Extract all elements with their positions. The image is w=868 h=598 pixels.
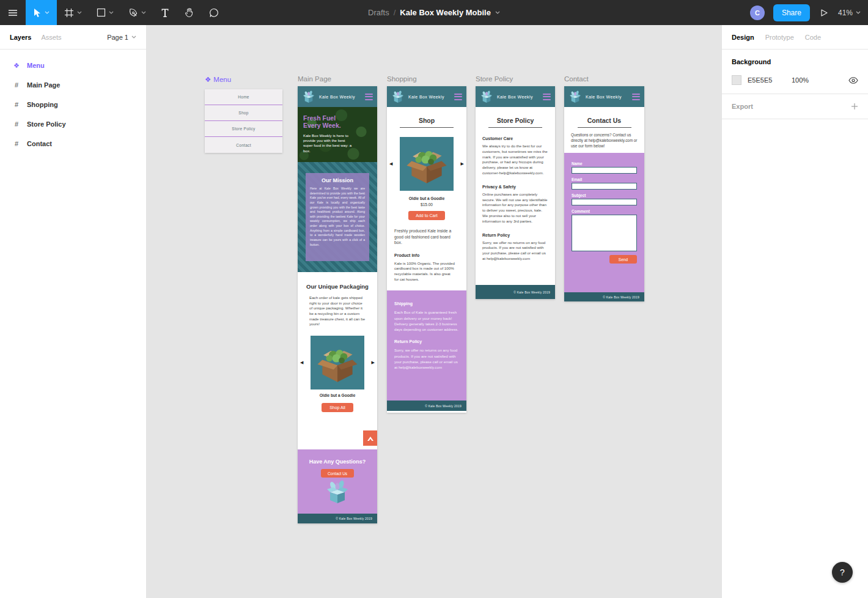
chevron-down-icon: [131, 35, 136, 39]
packaging-section: Our Unique Packaging Each order of kale …: [298, 272, 377, 449]
product-name: Oldie but a Goodie: [298, 393, 377, 397]
chevron-down-icon[interactable]: [495, 11, 500, 14]
sidebar-item-main-page[interactable]: # Main Page: [0, 75, 146, 95]
contact-form: Name Email Subject Comment Send: [564, 153, 644, 292]
share-button[interactable]: Share: [773, 4, 810, 21]
product-info-title: Product Info: [394, 253, 459, 257]
brand-name: Kale Box Weekly: [586, 95, 628, 99]
tab-design[interactable]: Design: [732, 34, 754, 41]
background-opacity-value[interactable]: 100%: [792, 76, 842, 84]
shape-tool-button[interactable]: [89, 0, 121, 25]
scroll-to-top-button[interactable]: [363, 430, 377, 446]
email-label: Email: [572, 177, 637, 182]
move-tool-button[interactable]: [26, 0, 57, 25]
chevron-down-icon: [141, 11, 146, 14]
shipping-title: Shipping: [394, 301, 459, 306]
visibility-toggle[interactable]: [848, 77, 858, 84]
sidebar-item-store-policy[interactable]: # Store Policy: [0, 114, 146, 134]
menu-item-shop[interactable]: Shop: [205, 105, 282, 121]
frame-main-page[interactable]: Kale Box Weekly Fresh Fuel Every Week. K…: [298, 86, 377, 523]
sidebar-item-menu[interactable]: ❖ Menu: [0, 56, 146, 75]
tab-prototype[interactable]: Prototype: [765, 34, 794, 41]
send-button[interactable]: Send: [609, 255, 637, 264]
comment-textarea[interactable]: [572, 215, 637, 251]
background-hex-value[interactable]: E5E5E5: [748, 76, 785, 84]
pen-icon: [128, 8, 138, 18]
frame-store-policy[interactable]: Kale Box Weekly Store Policy Customer Ca…: [476, 86, 555, 299]
frame-label-store-policy[interactable]: Store Policy: [476, 75, 513, 83]
frame-label-contact[interactable]: Contact: [564, 75, 589, 83]
kale-box-logo-icon: [302, 90, 315, 103]
product-name: Oldie but a Goodie: [387, 196, 466, 201]
sidebar-item-shopping[interactable]: # Shopping: [0, 95, 146, 114]
name-input[interactable]: [572, 167, 637, 174]
shop-section: Shop ◀ ▶ Oldie but a Goodie $15.00 Add t…: [387, 107, 466, 282]
carousel-next-icon[interactable]: ▶: [372, 360, 375, 365]
frame-tool-button[interactable]: [57, 0, 89, 25]
pen-tool-button[interactable]: [121, 0, 153, 25]
avatar[interactable]: C: [750, 6, 765, 20]
hand-tool-button[interactable]: [177, 0, 202, 25]
frame-label-shopping[interactable]: Shopping: [387, 75, 417, 83]
component-icon: ❖: [205, 75, 211, 84]
store-policy-title: Store Policy: [476, 117, 555, 124]
tab-assets[interactable]: Assets: [41, 34, 61, 41]
mobile-menu-icon[interactable]: [543, 94, 551, 100]
carousel-next-icon[interactable]: ▶: [461, 161, 464, 166]
policy-section: Store Policy Customer Care We always try…: [476, 107, 555, 285]
kale-box-logo-icon: [391, 90, 405, 103]
tab-layers[interactable]: Layers: [10, 34, 31, 41]
carousel-prev-icon[interactable]: ◀: [300, 360, 303, 365]
mobile-menu-icon[interactable]: [454, 94, 462, 100]
mobile-menu-icon[interactable]: [632, 94, 640, 100]
subject-label: Subject: [572, 193, 637, 197]
frame-label-main-page[interactable]: Main Page: [298, 75, 331, 83]
email-input[interactable]: [572, 183, 637, 190]
comment-tool-button[interactable]: [202, 0, 226, 25]
shop-all-button[interactable]: Shop All: [322, 403, 353, 412]
file-title[interactable]: Kale Box Weekly Mobile: [400, 8, 491, 17]
mobile-menu-icon[interactable]: [365, 94, 373, 100]
page-selector[interactable]: Page 1: [107, 34, 136, 41]
tab-code[interactable]: Code: [805, 34, 821, 41]
mobile-header: Kale Box Weekly: [387, 86, 466, 107]
return-policy-body: Sorry, we offer no returns on any food p…: [482, 240, 548, 262]
menu-item-home[interactable]: Home: [205, 89, 282, 105]
frame-shopping[interactable]: Kale Box Weekly Shop ◀ ▶ Oldie but a Goo…: [387, 86, 466, 413]
layers-panel: Layers Assets Page 1 ❖ Menu # Main Page …: [0, 25, 147, 598]
return-policy-body: Sorry, we offer no returns on any food p…: [394, 347, 459, 370]
inspector-panel: Design Prototype Code Background E5E5E5 …: [721, 25, 868, 598]
design-canvas[interactable]: ❖ Menu Home Shop Store Policy Contact Ma…: [147, 25, 721, 598]
sidebar-item-contact[interactable]: # Contact: [0, 134, 146, 153]
comment-bubble-icon: [209, 8, 219, 18]
main-menu-button[interactable]: [0, 0, 26, 25]
text-tool-button[interactable]: [153, 0, 177, 25]
mobile-header: Kale Box Weekly: [298, 86, 377, 107]
breadcrumb: Drafts / Kale Box Weekly Mobile: [368, 8, 500, 17]
background-color-swatch[interactable]: [732, 75, 741, 85]
menu-item-store-policy[interactable]: Store Policy: [205, 121, 282, 137]
rectangle-icon: [97, 8, 106, 17]
mobile-footer: © Kale Box Weekly 2019: [298, 514, 377, 523]
menu-item-contact[interactable]: Contact: [205, 137, 282, 153]
mobile-footer: © Kale Box Weekly 2019: [564, 292, 644, 301]
present-button[interactable]: [818, 0, 829, 25]
privacy-safety-body: Online purchases are completely secure. …: [482, 192, 548, 224]
hand-icon: [184, 7, 194, 18]
hamburger-icon: [7, 7, 18, 18]
frame-contact[interactable]: Kale Box Weekly Contact Us Questions or …: [564, 86, 644, 301]
subject-input[interactable]: [572, 199, 637, 205]
carousel-prev-icon[interactable]: ◀: [389, 161, 392, 166]
frame-menu[interactable]: Home Shop Store Policy Contact: [205, 89, 282, 153]
chevron-down-icon: [109, 11, 114, 14]
breadcrumb-drafts-link[interactable]: Drafts: [368, 8, 389, 17]
zoom-level-control[interactable]: 41%: [838, 9, 861, 17]
contact-us-button[interactable]: Contact Us: [321, 469, 354, 478]
add-export-button[interactable]: [851, 103, 858, 110]
layer-name: Main Page: [27, 81, 60, 89]
frame-label-menu[interactable]: ❖ Menu: [205, 75, 231, 84]
help-button[interactable]: ?: [832, 562, 853, 583]
shipping-section: Shipping Each Box of Kale is guaranteed …: [387, 290, 466, 401]
add-to-cart-button[interactable]: Add to Cart: [408, 211, 444, 220]
kale-box-logo-icon: [568, 90, 582, 103]
